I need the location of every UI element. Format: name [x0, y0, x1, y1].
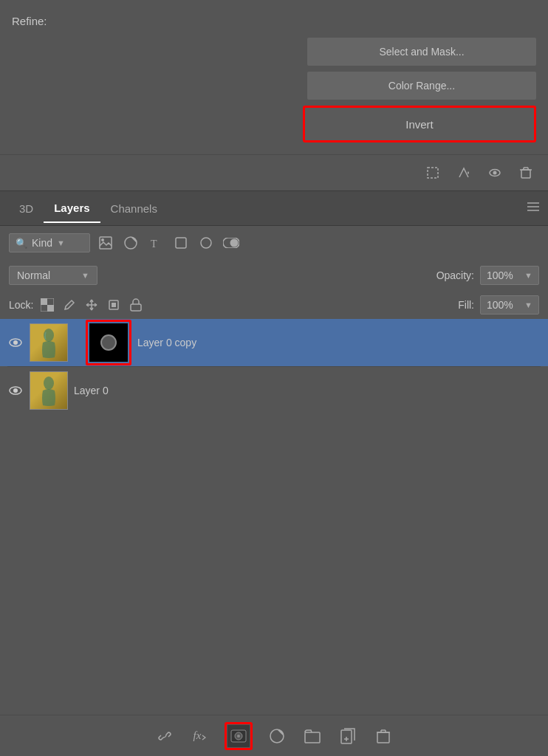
- opacity-value: 100%: [487, 269, 513, 281]
- empty-space: [0, 414, 548, 577]
- svg-point-12: [101, 238, 104, 241]
- tab-channels[interactable]: Channels: [100, 195, 168, 222]
- lock-brush-icon[interactable]: [61, 297, 78, 313]
- color-range-button[interactable]: Color Range...: [307, 72, 536, 100]
- svg-rect-3: [521, 170, 530, 178]
- search-icon: 🔍: [16, 238, 27, 249]
- fill-icon[interactable]: [453, 162, 474, 183]
- kind-label: Kind: [32, 237, 52, 249]
- layer-name: Layer 0 copy: [137, 337, 541, 348]
- select-mask-button[interactable]: Select and Mask...: [307, 38, 536, 66]
- lock-label: Lock:: [9, 299, 33, 311]
- fill-arrow: ▼: [524, 300, 532, 309]
- bottom-toolbar: fx: [0, 715, 548, 756]
- refine-buttons: Select and Mask... Color Range... Invert: [12, 38, 536, 142]
- lock-transform-icon[interactable]: [106, 297, 122, 313]
- icon-toolbar: [0, 154, 548, 190]
- filter-row: 🔍 Kind ▼ T: [0, 226, 548, 260]
- refine-label: Refine:: [12, 15, 536, 27]
- image-filter-icon[interactable]: [96, 233, 115, 252]
- svg-rect-23: [112, 303, 116, 307]
- new-layer-icon[interactable]: [337, 725, 359, 747]
- new-group-icon[interactable]: [301, 725, 323, 747]
- layer-thumb-image: [30, 324, 67, 361]
- blend-mode-arrow: ▼: [81, 271, 89, 280]
- layers-list: Layer 0 copy Layer 0: [0, 319, 548, 414]
- svg-rect-15: [176, 238, 186, 248]
- link-layers-icon[interactable]: [154, 725, 176, 747]
- delete-layer-icon[interactable]: [372, 725, 394, 747]
- opacity-select[interactable]: 100% ▼: [480, 266, 539, 285]
- delete-icon[interactable]: [516, 162, 536, 183]
- tab-3d[interactable]: 3D: [9, 195, 44, 222]
- kind-dropdown-arrow: ▼: [57, 238, 65, 247]
- svg-point-2: [493, 171, 497, 175]
- blend-mode-value: Normal: [17, 269, 50, 281]
- lock-move-icon[interactable]: [83, 297, 100, 313]
- svg-rect-16: [201, 238, 211, 248]
- layer-item[interactable]: Layer 0: [0, 367, 548, 414]
- toggle-filter-icon[interactable]: [222, 233, 241, 252]
- invert-button[interactable]: Invert: [305, 108, 534, 140]
- lock-checkerboard-icon[interactable]: [39, 297, 55, 313]
- fx-icon[interactable]: fx: [189, 725, 211, 747]
- svg-point-29: [13, 388, 18, 393]
- fill-select[interactable]: 100% ▼: [480, 295, 539, 315]
- svg-rect-19: [41, 298, 47, 305]
- lock-row: Lock: Fill: 100%: [0, 291, 548, 319]
- svg-rect-0: [428, 168, 438, 178]
- smart-filter-icon[interactable]: [196, 233, 216, 252]
- svg-rect-20: [47, 305, 54, 312]
- layer-thumb-image: [30, 372, 67, 409]
- visibility-icon[interactable]: [484, 162, 505, 183]
- layer-visibility-toggle[interactable]: [7, 334, 24, 351]
- svg-rect-39: [377, 732, 389, 743]
- svg-point-18: [230, 239, 239, 247]
- svg-text:T: T: [151, 238, 157, 250]
- tab-layers[interactable]: Layers: [44, 194, 100, 223]
- layer-mask-thumbnail: [89, 323, 128, 362]
- adjustment-layer-icon[interactable]: [266, 725, 288, 747]
- tabs-bar: 3D Layers Channels: [0, 190, 548, 226]
- fill-label: Fill:: [458, 299, 474, 311]
- fill-value: 100%: [487, 299, 513, 311]
- svg-rect-11: [100, 237, 112, 249]
- add-mask-button[interactable]: [227, 725, 250, 747]
- svg-point-26: [13, 340, 18, 345]
- lock-lock-icon[interactable]: [128, 297, 144, 313]
- layer-item[interactable]: Layer 0 copy: [0, 319, 548, 366]
- svg-point-30: [44, 377, 54, 390]
- fx-label: fx: [193, 729, 202, 742]
- svg-rect-24: [131, 304, 141, 311]
- kind-select[interactable]: 🔍 Kind ▼: [9, 233, 90, 252]
- layer-link-indicator: [74, 323, 80, 362]
- shape-filter-icon[interactable]: [171, 233, 191, 252]
- blend-mode-select[interactable]: Normal ▼: [9, 266, 97, 285]
- layer-name: Layer 0: [74, 385, 541, 396]
- circle-filter-icon[interactable]: [121, 233, 140, 252]
- refine-section: Refine: Select and Mask... Color Range..…: [0, 0, 548, 154]
- invert-btn-wrapper: Invert: [303, 106, 536, 142]
- layer-thumbnail: [30, 371, 68, 410]
- svg-rect-35: [305, 732, 320, 743]
- blend-row: Normal ▼ Opacity: 100% ▼: [0, 260, 548, 291]
- opacity-label: Opacity:: [436, 269, 474, 281]
- panel-menu-icon[interactable]: [527, 202, 539, 215]
- layer-mask-wrapper: [86, 320, 131, 365]
- opacity-arrow: ▼: [524, 271, 532, 280]
- mask-button-wrapper: [225, 722, 253, 750]
- svg-point-33: [237, 735, 240, 738]
- text-filter-icon[interactable]: T: [146, 233, 165, 252]
- selection-icon[interactable]: [422, 162, 443, 183]
- layer-thumbnail: [30, 323, 68, 362]
- layer-mask-circle: [100, 334, 117, 351]
- layer-visibility-toggle[interactable]: [7, 382, 24, 399]
